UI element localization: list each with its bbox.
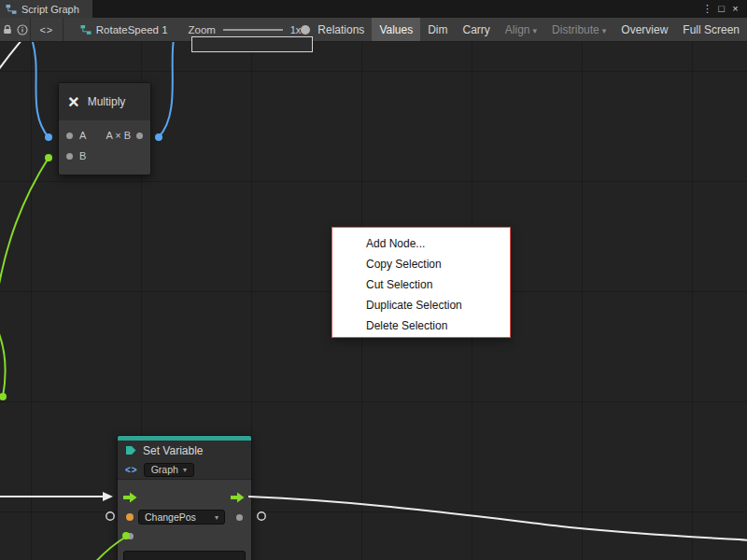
- wire-endpoint-green: [0, 393, 7, 400]
- code-icon: <>: [125, 465, 138, 475]
- unity-script-graph-window: Script Graph ⋮ □ × <>: [0, 0, 747, 560]
- context-menu: Add Node... Copy Selection Cut Selection…: [331, 227, 511, 338]
- overview-button[interactable]: Overview: [613, 18, 675, 42]
- node-multiply[interactable]: × Multiply A A × B B: [58, 82, 151, 175]
- chevron-down-icon: ▾: [183, 466, 187, 474]
- maximize-icon[interactable]: □: [714, 0, 728, 18]
- graph-toolbar: <> RotateSpeed 1 Zoom 1x Relations Value…: [0, 18, 747, 42]
- zoom-slider-knob[interactable]: [301, 25, 310, 35]
- align-button[interactable]: Align▾: [498, 18, 544, 42]
- relations-button[interactable]: Relations: [310, 18, 372, 42]
- dim-button[interactable]: Dim: [420, 18, 455, 42]
- flow-input-port[interactable]: [123, 492, 137, 503]
- multiply-icon: ×: [68, 92, 79, 111]
- set-variable-body: ChangePos ▾: [118, 480, 251, 560]
- info-icon[interactable]: [15, 18, 30, 42]
- lock-icon-glyph: [2, 24, 13, 35]
- port-b-label: B: [79, 150, 86, 161]
- script-graph-icon: [6, 4, 17, 15]
- lock-icon[interactable]: [0, 18, 15, 42]
- chevron-down-icon: ▾: [602, 26, 607, 35]
- menu-item-cut-selection[interactable]: Cut Selection: [332, 274, 510, 295]
- code-view-toggle[interactable]: <>: [31, 18, 63, 42]
- zoom-label: Zoom: [189, 24, 216, 35]
- full-screen-button[interactable]: Full Screen: [675, 18, 747, 42]
- unconnected-port-circle-left[interactable]: [106, 512, 114, 520]
- wire-blue-output[interactable]: [159, 42, 174, 137]
- overview-button-label: Overview: [621, 23, 668, 36]
- menu-item-copy-selection[interactable]: Copy Selection: [332, 254, 510, 274]
- graph-asset-icon: [80, 24, 92, 35]
- port-row-a: A A × B: [59, 125, 150, 146]
- chevron-down-icon: ▾: [215, 513, 218, 522]
- wire-white-top-left[interactable]: [0, 42, 22, 73]
- flow-output-port[interactable]: [231, 492, 245, 503]
- port-row-b: B: [59, 146, 150, 166]
- value-output-port[interactable]: [236, 514, 243, 521]
- chevron-down-icon: ▾: [533, 26, 538, 35]
- relations-button-label: Relations: [317, 23, 364, 36]
- value-input-port[interactable]: [126, 513, 134, 521]
- full-screen-button-label: Full Screen: [683, 23, 740, 36]
- menu-item-add-node[interactable]: Add Node...: [332, 233, 510, 254]
- wire-endpoint-green: [45, 154, 52, 161]
- input-port-a[interactable]: [66, 133, 73, 139]
- zoom-value: 1x: [290, 24, 302, 35]
- wire-green-b[interactable]: [0, 158, 49, 300]
- tab-label: Script Graph: [21, 4, 79, 15]
- breadcrumb-label: RotateSpeed 1: [96, 24, 168, 35]
- wire-blue-input[interactable]: [32, 42, 49, 137]
- variable-kind-dropdown[interactable]: Graph ▾: [144, 463, 194, 477]
- wire-endpoint-blue: [155, 133, 162, 141]
- values-button-label: Values: [379, 23, 413, 36]
- multiply-node-body: A A × B B: [59, 120, 150, 175]
- wire-endpoint-green: [122, 532, 130, 539]
- output-port[interactable]: [136, 133, 143, 139]
- menu-item-delete-selection[interactable]: Delete Selection: [332, 315, 510, 336]
- toolbar-separator: [63, 18, 63, 42]
- window-menu-icon[interactable]: ⋮: [700, 0, 714, 18]
- node-title: Multiply: [88, 95, 126, 108]
- carry-button[interactable]: Carry: [456, 18, 498, 42]
- unconnected-port-circle-right[interactable]: [258, 512, 265, 520]
- dim-button-label: Dim: [428, 23, 447, 36]
- node-set-variable[interactable]: Set Variable <> Graph ▾ ChangePos: [117, 435, 252, 560]
- close-icon[interactable]: ×: [728, 0, 742, 18]
- window-controls: ⋮ □ ×: [700, 0, 747, 18]
- wire-white-flow-out[interactable]: [248, 497, 747, 540]
- graph-canvas[interactable]: × Multiply A A × B B: [0, 42, 747, 560]
- distribute-button-label: Distribute: [552, 23, 599, 36]
- carry-button-label: Carry: [463, 23, 490, 36]
- set-variable-icon: [125, 445, 137, 455]
- wire-arrow-endpoint: [103, 492, 113, 501]
- embedded-value-field[interactable]: [123, 551, 246, 560]
- zoom-slider-track: [223, 29, 283, 31]
- set-variable-header[interactable]: Set Variable: [118, 441, 251, 460]
- tab-script-graph[interactable]: Script Graph: [0, 0, 92, 18]
- input-port-b[interactable]: [66, 153, 73, 160]
- port-a-label: A: [79, 130, 86, 141]
- distribute-button[interactable]: Distribute▾: [544, 18, 613, 42]
- align-button-label: Align: [505, 23, 530, 36]
- graph-title-field[interactable]: [191, 36, 313, 52]
- menu-item-duplicate-selection[interactable]: Duplicate Selection: [332, 295, 510, 315]
- window-titlebar: Script Graph ⋮ □ ×: [0, 0, 747, 18]
- graph-breadcrumb[interactable]: RotateSpeed 1: [80, 24, 168, 35]
- code-icon: <>: [39, 24, 53, 35]
- port-out-label: A × B: [106, 130, 131, 141]
- multiply-node-header[interactable]: × Multiply: [59, 83, 150, 120]
- variable-name-label: ChangePos: [145, 511, 196, 523]
- variable-kind-label: Graph: [151, 464, 178, 475]
- info-icon-glyph: [17, 24, 28, 35]
- node-title: Set Variable: [143, 444, 203, 457]
- variable-name-dropdown[interactable]: ChangePos ▾: [138, 510, 225, 525]
- wire-green-left[interactable]: [0, 327, 6, 397]
- set-variable-subheader: <> Graph ▾: [118, 460, 251, 480]
- values-button[interactable]: Values: [372, 18, 420, 42]
- wire-endpoint-blue: [45, 133, 52, 141]
